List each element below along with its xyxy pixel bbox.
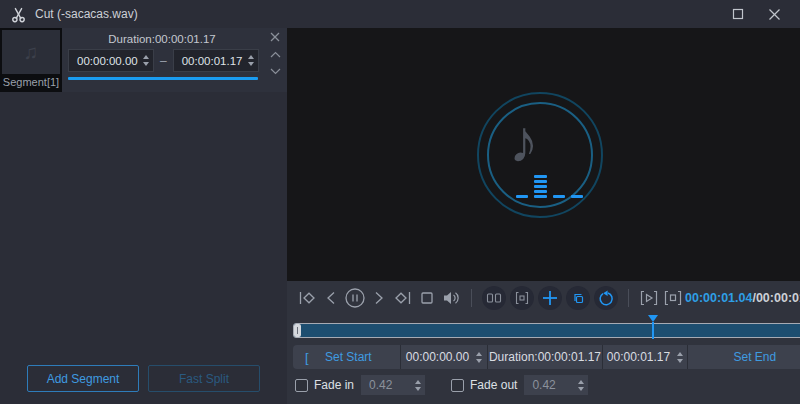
segment-card: Duration:00:00:01.17 00:00:00.00 – 00:00… [62,28,287,92]
add-segment-quick-button[interactable] [538,286,562,310]
fast-split-button[interactable]: Fast Split [148,365,260,392]
spinner-down-icon[interactable] [476,359,482,363]
segment-progress-bar [68,77,258,80]
close-button[interactable] [766,6,782,22]
spinner-down-icon[interactable] [677,359,683,363]
spinner-down-icon[interactable] [578,387,584,391]
segment-start-time-input[interactable]: 00:00:00.00 [68,49,154,72]
fade-in-label: Fade in [314,378,354,392]
play-segment-button[interactable] [637,286,661,310]
set-start-button[interactable]: [ Set Start [293,345,400,369]
close-icon [768,8,781,21]
fade-out-checkbox[interactable] [451,379,464,392]
reset-button[interactable] [594,286,618,310]
spinner-up-icon[interactable] [476,352,482,356]
segment-end-time-input[interactable]: 00:00:01.17 [173,49,259,72]
previous-frame-button[interactable] [319,286,343,310]
reset-icon [598,290,614,306]
segment-thumbnail[interactable]: ♫ [2,30,60,74]
total-time: 00:00:01.17 [756,291,800,305]
audio-preview-area: ♪ [287,28,800,281]
volume-button[interactable] [439,286,463,310]
playhead-triangle-icon [648,315,658,322]
divider [628,289,629,307]
remove-segment-button[interactable] [267,30,283,44]
segment-duration-label: Duration:00:00:01.17 [62,33,262,45]
split-icon [486,291,502,305]
player-controls: 00:00:01.04/00:00:01.17 [ [287,281,800,404]
copy-icon [571,291,586,306]
timeline-track[interactable] [293,323,800,338]
spinner-up-icon[interactable] [415,380,421,384]
spinner-up-icon[interactable] [248,55,254,59]
current-time: 00:00:01.04 [685,291,752,305]
playhead[interactable] [648,315,658,339]
maximize-button[interactable] [730,6,746,22]
equalizer-bars [516,174,583,198]
spinner-down-icon[interactable] [415,387,421,391]
stop-segment-button[interactable] [661,286,685,310]
pause-button[interactable] [343,286,367,310]
titlebar: Cut (-sacacas.wav) [0,0,800,28]
window-title: Cut (-sacacas.wav) [35,7,138,21]
spinner-up-icon[interactable] [578,380,584,384]
trim-start-time-input[interactable]: 00:00:00.00 [400,345,487,369]
next-frame-button[interactable] [367,286,391,310]
divider [471,289,472,307]
fade-out-label: Fade out [470,378,517,392]
trim-start-handle[interactable] [294,324,301,337]
spinner-down-icon[interactable] [248,62,254,66]
range-dash: – [160,54,167,68]
stop-button[interactable] [415,286,439,310]
move-segment-down-button[interactable] [267,64,283,78]
fade-in-checkbox[interactable] [295,379,308,392]
chevron-down-icon [270,68,281,75]
select-segment-button[interactable] [510,286,534,310]
fade-row: Fade in 0.42 Fade out 0.42 [293,375,800,395]
music-note-icon: ♪ [509,112,539,172]
scissors-icon [10,6,27,23]
beamed-notes-icon: ♫ [24,41,39,64]
skip-to-start-button[interactable] [295,286,319,310]
cut-dialog-window: Cut (-sacacas.wav) ♫ Segment[1] [0,0,800,404]
close-icon [270,32,280,42]
timeline [293,315,800,341]
fade-in-input[interactable]: 0.42 [361,375,425,395]
set-end-button[interactable]: Set End ] [687,345,800,369]
trim-duration-label: Duration:00:00:01.17 [487,345,602,369]
left-bracket: [ [305,350,309,365]
skip-to-end-button[interactable] [391,286,415,310]
spinner-up-icon[interactable] [143,55,149,59]
segment-list-panel: ♫ Segment[1] Duration:00:00:01.17 00:00:… [0,28,287,404]
spinner-up-icon[interactable] [677,352,683,356]
segment-label: Segment[1] [0,76,62,88]
frame-select-icon [514,290,530,306]
segment-item: ♫ Segment[1] [0,28,62,92]
move-segment-up-button[interactable] [267,47,283,61]
split-segment-button[interactable] [482,286,506,310]
trim-bar: [ Set Start 00:00:00.00 Duration:00:00:0… [293,345,800,369]
trim-end-time-input[interactable]: 00:00:01.17 [602,345,687,369]
chevron-up-icon [270,51,281,58]
add-segment-button[interactable]: Add Segment [27,365,139,392]
fade-out-input[interactable]: 0.42 [524,375,588,395]
maximize-icon [732,8,744,20]
plus-icon [541,289,559,307]
spinner-down-icon[interactable] [143,62,149,66]
copy-segment-button[interactable] [566,286,590,310]
time-display: 00:00:01.04/00:00:01.17 [685,291,800,305]
